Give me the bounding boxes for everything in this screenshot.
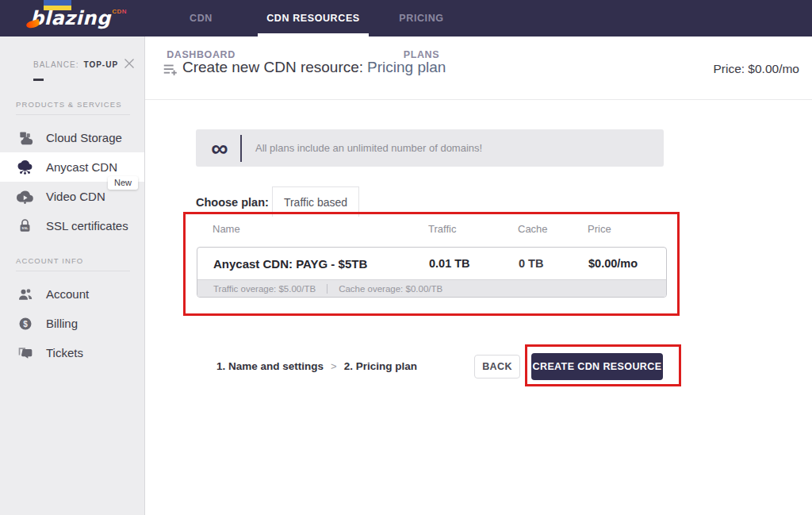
back-button[interactable]: BACK: [474, 355, 520, 379]
page: blazing CDN CDN DASHBOARD CDN RESOURCES …: [0, 0, 812, 515]
svg-text:$: $: [23, 319, 28, 328]
sidebar-item-account[interactable]: Account: [0, 279, 144, 309]
sidebar-item-tickets[interactable]: Tickets: [0, 338, 144, 367]
top-navbar: blazing CDN CDN DASHBOARD CDN RESOURCES …: [0, 0, 812, 37]
sidebar-item-label: Anycast CDN: [46, 160, 117, 174]
sidebar-item-label: SSL certificates: [46, 219, 128, 233]
sidebar-item-label: Billing: [46, 317, 78, 330]
sidebar-item-cloud-storage[interactable]: Cloud Storage: [0, 123, 144, 152]
anycast-cdn-icon: [17, 159, 33, 175]
column-header-price: Price: [588, 223, 651, 235]
brand-logo[interactable]: blazing CDN: [16, 0, 127, 37]
unlimited-domains-banner: ∞ All plans include an unlimited number …: [196, 129, 664, 167]
tab-cdn-dashboard[interactable]: CDN DASHBOARD: [155, 0, 247, 37]
sidebar-item-label: Account: [46, 287, 89, 301]
account-nav: Account $ Billing Tickets: [0, 279, 144, 367]
balance-value: [33, 79, 44, 81]
plan-cache-value: 0 TB: [519, 257, 588, 270]
plan-price-value: $0.00/mo: [588, 257, 650, 270]
column-header-cache: Cache: [518, 223, 588, 235]
products-section-header: PRODUCTS & SERVICES: [16, 100, 132, 109]
price-summary: Price: $0.00/mo: [713, 62, 799, 76]
svg-text:SSL: SSL: [21, 226, 29, 230]
account-section-header: ACCOUNT INFO: [16, 256, 132, 265]
traffic-overage: Traffic overage: $5.00/TB: [213, 284, 316, 294]
step-name-and-settings: 1. Name and settings: [216, 360, 324, 372]
choose-plan-label: Choose plan:: [196, 196, 269, 209]
plan-row-main: Anycast CDN: PAYG - $5TB 0.01 TB 0 TB $0…: [197, 248, 666, 280]
plan-row-anycast-payg[interactable]: Anycast CDN: PAYG - $5TB 0.01 TB 0 TB $0…: [197, 247, 667, 298]
active-tab-indicator: [258, 33, 369, 38]
tab-cdn-resources[interactable]: CDN RESOURCES: [258, 0, 369, 37]
sidebar-item-label: Tickets: [46, 346, 83, 359]
sidebar: BALANCE:TOP-UP PRODUCTS & SERVICES Cloud…: [0, 37, 145, 515]
topup-link[interactable]: TOP-UP: [83, 60, 118, 69]
main-content: Create new CDN resource:Pricing plan Pri…: [145, 37, 812, 515]
tickets-chat-icon: [17, 344, 33, 361]
overage-divider: [327, 284, 327, 294]
billing-dollar-icon: $: [17, 315, 33, 332]
plan-table-header: Name Traffic Cache Price: [197, 222, 667, 235]
column-header-traffic: Traffic: [428, 223, 518, 235]
tab-pricing-plans[interactable]: PRICING PLANS: [384, 0, 459, 37]
balance-label: BALANCE:: [33, 60, 79, 69]
close-icon[interactable]: [123, 57, 136, 70]
cache-overage: Cache overage: $0.00/TB: [339, 284, 442, 294]
banner-divider: [240, 135, 242, 162]
cloud-storage-icon: [17, 129, 33, 146]
wizard-steps: 1. Name and settings > 2. Pricing plan: [216, 359, 417, 373]
sidebar-item-video-cdn[interactable]: Video CDN New: [0, 182, 144, 211]
balance-row: BALANCE:TOP-UP: [0, 37, 144, 69]
plan-traffic-value: 0.01 TB: [429, 257, 519, 270]
banner-text: All plans include an unlimited number of…: [255, 142, 482, 154]
divider: [16, 271, 130, 271]
tab-traffic-based[interactable]: Traffic based: [272, 186, 359, 217]
ssl-lock-icon: SSL: [17, 217, 33, 234]
sidebar-item-ssl-certificates[interactable]: SSL SSL certificates: [0, 211, 144, 240]
account-users-icon: [17, 286, 33, 302]
column-header-name: Name: [213, 223, 428, 235]
ukraine-flag-icon: [44, 0, 71, 10]
video-cdn-icon: [17, 188, 33, 205]
brand-logo-cdn-label: CDN: [113, 8, 128, 15]
sidebar-item-label: Video CDN: [46, 190, 105, 203]
sidebar-item-label: Cloud Storage: [46, 131, 122, 144]
brand-logo-text: blazing: [30, 7, 111, 29]
divider: [145, 99, 812, 100]
create-cdn-resource-button[interactable]: CREATE CDN RESOURCE: [531, 353, 663, 380]
products-nav: Cloud Storage Anycast CDN Video CDN New …: [0, 123, 144, 240]
new-badge: New: [108, 176, 138, 190]
sidebar-item-billing[interactable]: $ Billing: [0, 309, 144, 338]
chevron-right-icon: >: [331, 360, 337, 372]
plan-name: Anycast CDN: PAYG - $5TB: [213, 257, 429, 271]
plan-overage-row: Traffic overage: $5.00/TB Cache overage:…: [197, 280, 666, 297]
infinity-icon: ∞: [205, 136, 234, 160]
step-pricing-plan: 2. Pricing plan: [344, 360, 417, 372]
divider: [16, 114, 130, 115]
